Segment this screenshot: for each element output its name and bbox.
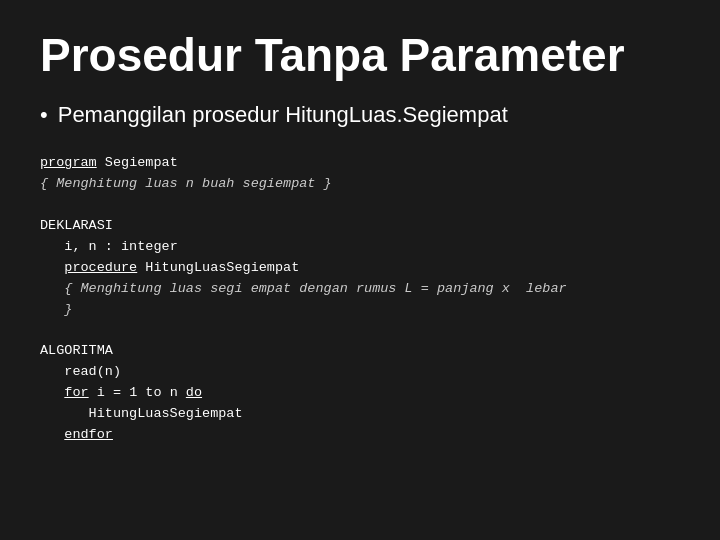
bullet-dot: • bbox=[40, 101, 48, 130]
code-block: program Segiempat { Menghitung luas n bu… bbox=[40, 153, 680, 446]
code-proc-name: HitungLuasSegiempat bbox=[145, 260, 299, 275]
code-for-expr2: n bbox=[162, 385, 186, 400]
code-program-name: Segiempat bbox=[105, 155, 178, 170]
code-algoritma: ALGORITMA bbox=[40, 343, 113, 358]
slide-container: Prosedur Tanpa Parameter • Pemanggilan p… bbox=[0, 0, 720, 540]
code-comment-1: { Menghitung luas n buah segiempat } bbox=[40, 176, 332, 191]
bullet-point: • Pemanggilan prosedur HitungLuas.Segiem… bbox=[40, 101, 680, 130]
bullet-text: Pemanggilan prosedur HitungLuas.Segiempa… bbox=[58, 101, 508, 130]
code-comment-2: { Menghitung luas segi empat dengan rumu… bbox=[64, 281, 566, 296]
keyword-do: do bbox=[186, 385, 202, 400]
code-to: to bbox=[145, 385, 161, 400]
keyword-for: for bbox=[64, 385, 88, 400]
keyword-endfor: endfor bbox=[64, 427, 113, 442]
keyword-program: program bbox=[40, 155, 97, 170]
code-comment-3: } bbox=[64, 302, 72, 317]
code-call: HitungLuasSegiempat bbox=[89, 406, 243, 421]
keyword-procedure: procedure bbox=[64, 260, 137, 275]
code-for-expr: i = 1 bbox=[97, 385, 146, 400]
code-deklarasi: DEKLARASI bbox=[40, 218, 113, 233]
code-vars: i, n : integer bbox=[64, 239, 177, 254]
code-read: read(n) bbox=[64, 364, 121, 379]
slide-title: Prosedur Tanpa Parameter bbox=[40, 30, 680, 81]
